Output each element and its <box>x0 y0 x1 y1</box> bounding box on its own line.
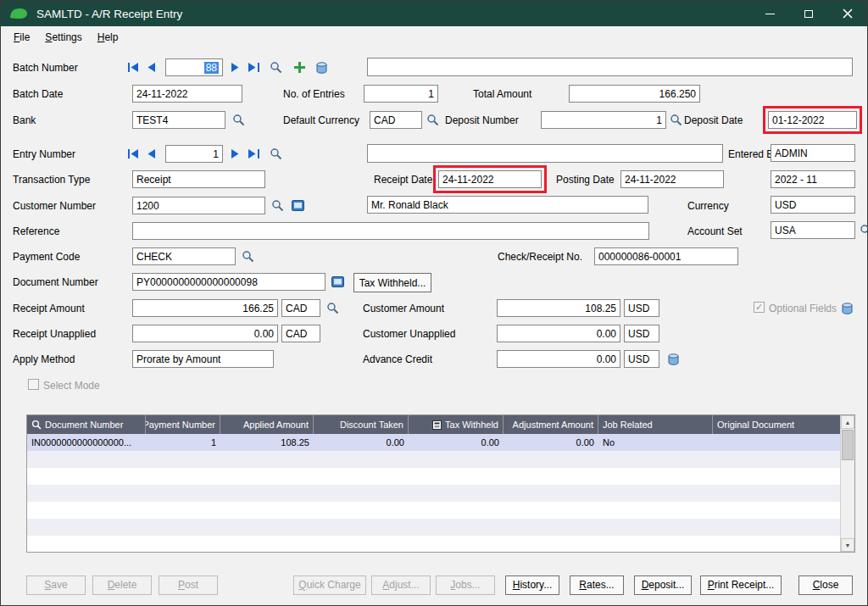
receipt-amount-field[interactable]: 166.25 <box>132 299 278 317</box>
customer-unapplied-currency-field: USD <box>624 325 659 342</box>
column-header-discount-taken[interactable]: Discount Taken <box>314 415 409 434</box>
column-header-adjustment-amount[interactable]: Adjustment Amount <box>504 415 598 434</box>
check-receipt-field[interactable]: 000000086-00001 <box>594 247 738 265</box>
rates-button[interactable]: Rates... <box>570 575 624 595</box>
menu-file[interactable]: File <box>6 28 37 47</box>
next-record-icon <box>231 63 239 72</box>
empty-table-row <box>27 502 840 519</box>
entry-first-button[interactable] <box>125 145 142 163</box>
entry-description-field[interactable] <box>367 144 723 163</box>
account-set-field[interactable]: USA <box>771 221 855 239</box>
minimize-button[interactable] <box>750 1 789 26</box>
payment-code-field[interactable]: CHECK <box>132 247 236 265</box>
print-receipt-button[interactable]: Print Receipt... <box>700 575 782 595</box>
customer-finder-button[interactable] <box>269 197 286 214</box>
year-period-field: 2022 - 11 <box>771 170 855 188</box>
transaction-type-label: Transaction Type <box>13 174 90 186</box>
customer-inquiry-button[interactable] <box>289 197 306 214</box>
column-header-job-related[interactable]: Job Related <box>598 415 713 434</box>
batch-next-button[interactable] <box>226 58 243 76</box>
table-scrollbar[interactable]: ▲ ▼ <box>840 415 854 552</box>
reference-field[interactable] <box>132 222 649 240</box>
scroll-down-button[interactable]: ▼ <box>841 538 854 552</box>
currency-finder-button[interactable] <box>424 111 441 129</box>
optional-fields-zoom-button[interactable] <box>838 299 855 317</box>
column-header-tax-withheld[interactable]: Tax Withheld <box>409 415 504 434</box>
apply-method-field[interactable]: Prorate by Amount <box>132 350 274 368</box>
transaction-type-field[interactable]: Receipt <box>132 170 265 188</box>
entry-next-button[interactable] <box>226 145 243 163</box>
total-amount-label: Total Amount <box>473 88 531 100</box>
cell-discount-taken[interactable]: 0.00 <box>314 434 409 451</box>
advance-credit-zoom-button[interactable] <box>665 350 682 368</box>
optional-fields-checkbox: ✓ <box>754 302 765 313</box>
bank-field[interactable]: TEST4 <box>132 111 225 129</box>
batch-prev-button[interactable] <box>143 58 160 76</box>
scroll-up-button[interactable]: ▲ <box>841 415 854 429</box>
close-button[interactable]: Close <box>798 575 853 595</box>
menu-bar: File Settings Help <box>1 26 867 48</box>
deposit-date-field[interactable]: 01-12-2022 <box>768 111 857 129</box>
customer-number-field[interactable]: 1200 <box>132 197 265 214</box>
batch-number-field[interactable]: 88 <box>165 58 223 76</box>
entry-number-label: Entry Number <box>13 148 75 160</box>
cell-original-document[interactable] <box>713 434 840 451</box>
entry-finder-button[interactable] <box>267 145 284 163</box>
account-set-finder-button[interactable] <box>857 221 868 239</box>
close-window-button[interactable] <box>828 1 867 26</box>
inquiry-icon <box>292 200 304 211</box>
search-icon <box>426 114 439 126</box>
cell-document-number[interactable]: IN0000000000000000... <box>27 434 146 451</box>
next-record-icon <box>231 149 239 158</box>
column-header-applied-amount[interactable]: Applied Amount <box>220 415 314 434</box>
batch-last-button[interactable] <box>245 58 262 76</box>
first-record-icon <box>128 63 139 72</box>
cell-applied-amount[interactable]: 108.25 <box>220 434 314 451</box>
cell-adjustment-amount[interactable]: 0.00 <box>504 434 598 451</box>
column-header-payment-number[interactable]: Payment Number <box>146 415 220 434</box>
deposit-button[interactable]: Deposit... <box>634 575 692 595</box>
save-button: Save <box>26 575 86 595</box>
table-row[interactable]: IN0000000000000000... 1 108.25 0.00 0.00… <box>27 434 840 451</box>
previous-record-icon <box>147 149 156 158</box>
tax-withheld-button[interactable]: Tax Withheld... <box>353 273 431 292</box>
document-number-field[interactable]: PY0000000000000000098 <box>132 273 326 291</box>
cell-tax-withheld[interactable]: 0.00 <box>409 434 504 451</box>
column-header-document-number[interactable]: Document Number <box>27 415 146 434</box>
rate-finder-button[interactable] <box>324 299 341 317</box>
batch-finder-button[interactable] <box>267 58 284 76</box>
entry-number-field[interactable]: 1 <box>165 145 223 163</box>
previous-record-icon <box>147 63 156 72</box>
receipt-date-field[interactable]: 24-11-2022 <box>438 170 542 188</box>
cell-payment-number[interactable]: 1 <box>146 434 220 451</box>
history-button[interactable]: History... <box>505 575 559 595</box>
posting-date-field[interactable]: 24-11-2022 <box>620 170 724 188</box>
batch-first-button[interactable] <box>125 58 142 76</box>
jobs-button: Jobs... <box>436 575 495 595</box>
entry-prev-button[interactable] <box>143 145 160 163</box>
cell-job-related[interactable]: No <box>598 434 713 451</box>
deposit-number-field[interactable]: 1 <box>541 111 666 129</box>
menu-help[interactable]: Help <box>90 28 126 47</box>
default-currency-field[interactable]: CAD <box>370 111 422 129</box>
batch-description-field[interactable] <box>367 58 853 76</box>
no-of-entries-label: No. of Entries <box>283 88 345 100</box>
new-batch-button[interactable] <box>291 58 308 76</box>
batch-zoom-button[interactable] <box>313 58 330 76</box>
batch-date-field[interactable]: 24-11-2022 <box>132 85 242 103</box>
menu-settings[interactable]: Settings <box>37 28 89 47</box>
batch-number-selected-text: 88 <box>204 62 219 74</box>
entered-by-field: ADMIN <box>771 144 855 162</box>
payment-code-finder-button[interactable] <box>239 247 256 265</box>
maximize-button[interactable] <box>789 1 828 26</box>
receipt-amount-label: Receipt Amount <box>13 303 85 314</box>
receipt-date-label: Receipt Date <box>374 174 432 186</box>
scroll-thumb[interactable] <box>842 430 854 460</box>
bank-finder-button[interactable] <box>230 111 247 129</box>
currency-label: Currency <box>687 200 729 212</box>
column-header-original-document[interactable]: Original Document <box>713 415 840 434</box>
deposit-finder-button[interactable] <box>667 111 684 129</box>
document-inquiry-button[interactable] <box>329 273 346 291</box>
posting-date-label: Posting Date <box>556 174 615 186</box>
entry-last-button[interactable] <box>245 145 262 163</box>
